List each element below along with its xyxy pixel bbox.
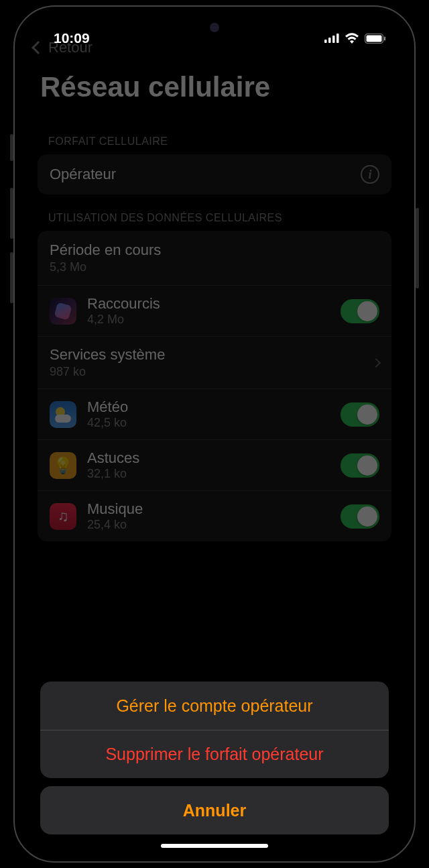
toggle-weather[interactable] — [341, 402, 379, 427]
tips-icon: 💡 — [50, 452, 76, 479]
services-label: Services système — [50, 346, 165, 364]
svg-rect-5 — [367, 35, 382, 42]
cancel-button[interactable]: Annuler — [40, 786, 389, 834]
toggle-tips[interactable] — [341, 453, 379, 478]
front-camera — [210, 23, 219, 32]
svg-rect-0 — [324, 40, 327, 43]
app-data: 4,2 Mo — [87, 313, 330, 327]
app-data: 25,4 ko — [87, 518, 330, 532]
plan-header: FORFAIT CELLULAIRE — [21, 118, 408, 154]
svg-rect-6 — [384, 36, 385, 40]
svg-rect-3 — [336, 34, 339, 43]
notch — [154, 13, 275, 38]
cellular-icon — [324, 34, 339, 43]
status-time: 10:09 — [54, 30, 90, 46]
phone-frame: 10:09 Retour Réseau cellulaire FORFAIT C… — [13, 5, 416, 863]
shortcuts-icon — [50, 298, 76, 325]
battery-icon — [365, 34, 386, 44]
services-value: 987 ko — [50, 365, 165, 379]
app-row-music: ♫ Musique 25,4 ko — [38, 490, 391, 541]
carrier-label: Opérateur — [50, 166, 116, 183]
manage-account-button[interactable]: Gérer le compte opérateur — [40, 682, 389, 730]
action-sheet-group: Gérer le compte opérateur Supprimer le f… — [40, 682, 389, 778]
carrier-card: Opérateur i — [38, 154, 391, 195]
toggle-shortcuts[interactable] — [341, 299, 379, 323]
usage-header: UTILISATION DES DONNÉES CELLULAIRES — [21, 195, 408, 231]
period-label: Période en cours — [50, 241, 379, 259]
app-row-tips: 💡 Astuces 32,1 ko — [38, 439, 391, 490]
home-indicator[interactable] — [161, 844, 268, 848]
app-name: Météo — [87, 398, 330, 416]
current-period-row[interactable]: Période en cours 5,3 Mo — [38, 231, 391, 285]
carrier-row[interactable]: Opérateur i — [38, 154, 391, 195]
wifi-icon — [345, 33, 359, 44]
page-title: Réseau cellulaire — [21, 66, 408, 118]
app-name: Astuces — [87, 449, 330, 467]
action-sheet: Gérer le compte opérateur Supprimer le f… — [40, 682, 389, 834]
app-data: 32,1 ko — [87, 467, 330, 481]
app-name: Musique — [87, 500, 330, 518]
info-icon[interactable]: i — [361, 165, 379, 184]
chevron-right-icon — [371, 358, 381, 367]
screen: 10:09 Retour Réseau cellulaire FORFAIT C… — [21, 13, 408, 855]
weather-icon — [50, 401, 76, 428]
app-row-shortcuts: Raccourcis 4,2 Mo — [38, 285, 391, 336]
svg-rect-1 — [328, 38, 331, 43]
svg-rect-2 — [332, 36, 335, 43]
app-data: 42,5 ko — [87, 416, 330, 430]
system-services-row[interactable]: Services système 987 ko — [38, 336, 391, 388]
usage-card: Période en cours 5,3 Mo Raccourcis 4,2 M… — [38, 231, 391, 541]
period-value: 5,3 Mo — [50, 260, 379, 274]
remove-plan-button[interactable]: Supprimer le forfait opérateur — [40, 730, 389, 778]
music-icon: ♫ — [50, 503, 76, 530]
power-button — [416, 208, 419, 288]
toggle-music[interactable] — [341, 504, 379, 529]
status-indicators — [324, 33, 386, 44]
app-row-weather: Météo 42,5 ko — [38, 388, 391, 439]
app-name: Raccourcis — [87, 295, 330, 313]
